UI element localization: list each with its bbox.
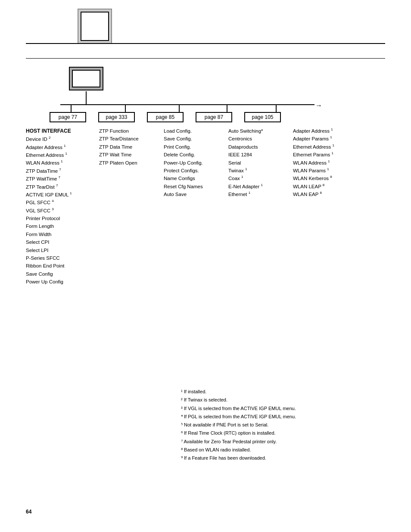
vert-line-from-block — [86, 91, 87, 104]
page-wrapper: → page 77 page 333 page 85 page 87 page … — [0, 0, 411, 532]
content-columns: HOST INTERFACE Device ID 2 Adapter Addre… — [26, 127, 358, 286]
col1-item-2: Ethernet Address 1 — [26, 151, 90, 159]
col3-item-3: Delete Config. — [164, 151, 220, 159]
diagram-area: → page 77 page 333 page 85 page 87 page … — [26, 67, 385, 101]
column-switching: Auto Switching* Centronics Dataproducts … — [228, 127, 284, 199]
top-diagram-box-inner — [72, 70, 100, 87]
page-box-3-label: page 85 — [156, 114, 174, 120]
col5-item-1: Adapter Params 1 — [293, 135, 358, 143]
page-box-3: page 85 — [147, 112, 184, 122]
col3-item-5: Protect Configs. — [164, 167, 220, 174]
page-box-4: page 87 — [196, 112, 232, 122]
col3-item-1: Save Config. — [164, 135, 220, 143]
col4-item-0: Auto Switching* — [228, 127, 284, 135]
col5-item-2: Ethernet Address 1 — [293, 143, 358, 151]
col2-item-2: ZTP Data Time — [99, 143, 155, 151]
column-adapter: Adapter Address 1 Adapter Params 1 Ether… — [293, 127, 358, 199]
col1-item-5: ZTP WaitTime 7 — [26, 175, 90, 183]
vline-box2 — [125, 104, 126, 112]
footnote-8: ⁸ Based on WLAN radio installed. — [181, 446, 296, 454]
col2-item-1: ZTP TearDistance — [99, 135, 155, 143]
col1-item-8: PGL SFCC 4 — [26, 199, 90, 206]
column-ztp: ZTP Function ZTP TearDistance ZTP Data T… — [99, 127, 155, 167]
col5-item-6: WLAN Kerberos 8 — [293, 174, 358, 182]
footnote-3: ³ If VGL is selected from the ACTIVE IGP… — [181, 404, 296, 413]
vline-box3 — [179, 104, 180, 112]
column-host-interface: HOST INTERFACE Device ID 2 Adapter Addre… — [26, 127, 90, 286]
column-config: Load Config. Save Config. Print Config. … — [164, 127, 220, 199]
footnote-5: ⁵ Not available if PNE Port is set to Se… — [181, 421, 296, 429]
col4-item-1: Centronics — [228, 135, 284, 143]
col1-item-15: P-Series SFCC — [26, 254, 90, 262]
col4-item-6: Coax 1 — [228, 174, 284, 182]
vline-box4 — [227, 104, 227, 112]
col4-item-8: Ethernet 1 — [228, 190, 284, 198]
page-box-2: page 333 — [98, 112, 135, 122]
col2-item-0: ZTP Function — [99, 127, 155, 135]
page-number: 64 — [26, 509, 31, 515]
col1-item-12: Form Width — [26, 230, 90, 238]
col1-title: HOST INTERFACE — [26, 127, 90, 135]
footnote-7: ⁷ Available for Zero Tear Pedestal print… — [181, 438, 296, 446]
col1-item-1: Adapter Address 1 — [26, 143, 90, 151]
col5-item-7: WLAN LEAP 8 — [293, 183, 358, 190]
page-box-2-label: page 333 — [106, 114, 127, 120]
arrow-right-icon: → — [315, 102, 322, 109]
col2-item-4: ZTP Platen Open — [99, 159, 155, 167]
col1-item-10: Printer Protocol — [26, 215, 90, 222]
col3-item-4: Power-Up Config. — [164, 159, 220, 167]
page-box-5-label: page 105 — [252, 114, 273, 120]
vline-box5 — [276, 104, 277, 112]
col1-item-0: Device ID 2 — [26, 135, 90, 143]
footnote-2: ² If Twinax is selected. — [181, 396, 296, 404]
col3-item-6: Name Configs — [164, 174, 220, 182]
col5-item-8: WLAN EAP 8 — [293, 190, 358, 198]
footnote-1: ¹ If installed. — [181, 388, 296, 396]
page-box-4-label: page 87 — [205, 114, 223, 120]
top-tab-inner — [81, 12, 109, 41]
col1-item-13: Select CPI — [26, 238, 90, 246]
col4-item-2: Dataproducts — [228, 143, 284, 151]
footnote-9: ⁹ If a Feature File has been downloaded. — [181, 454, 296, 462]
footnotes-section: ¹ If installed. ² If Twinax is selected.… — [181, 388, 296, 462]
col4-item-5: Twinax 1 — [228, 167, 284, 174]
footnote-6: ⁶ If Real Time Clock (RTC) option is ins… — [181, 429, 296, 437]
col1-item-4: ZTP DataTime 7 — [26, 167, 90, 175]
col1-item-16: Ribbon End Point — [26, 262, 90, 270]
col5-item-5: WLAN Params 1 — [293, 167, 358, 174]
page-boxes-row: page 77 page 333 page 85 page 87 page 10… — [50, 112, 281, 122]
page-box-5: page 105 — [244, 112, 281, 122]
col1-item-17: Save Config — [26, 270, 90, 278]
page-box-1: page 77 — [50, 112, 86, 122]
vline-box1 — [71, 104, 72, 112]
divider-line — [26, 58, 385, 59]
col5-item-3: Ethernet Params 1 — [293, 151, 358, 159]
top-tab — [78, 9, 112, 43]
col4-item-7: E-Net Adapter 1 — [228, 183, 284, 190]
footnote-4: ⁴ If PGL is selected from the ACTIVE IGP… — [181, 413, 296, 421]
col2-item-3: ZTP Wait Time — [99, 151, 155, 159]
col4-item-4: Serial — [228, 159, 284, 167]
col1-item-11: Form Length — [26, 222, 90, 230]
col1-item-18: Power Up Config — [26, 278, 90, 286]
col3-item-7: Reset Cfg Names — [164, 183, 220, 190]
col1-item-9: VGL SFCC 3 — [26, 207, 90, 215]
col5-item-0: Adapter Address 1 — [293, 127, 358, 135]
col3-item-2: Print Config. — [164, 143, 220, 151]
col4-item-3: IEEE 1284 — [228, 151, 284, 159]
col1-item-6: ZTP TearDist 7 — [26, 183, 90, 191]
top-horizontal-rule — [26, 43, 385, 44]
col1-item-3: WLAN Address 1 — [26, 159, 90, 167]
col1-item-14: Select LPI — [26, 246, 90, 254]
col1-item-7: ACTIVE IGP EMUL 1 — [26, 191, 90, 199]
col3-item-0: Load Config. — [164, 127, 220, 135]
col5-item-4: WLAN Address 1 — [293, 159, 358, 167]
col3-item-8: Auto Save — [164, 190, 220, 198]
page-box-1-label: page 77 — [59, 114, 77, 120]
top-diagram-box — [69, 67, 103, 90]
